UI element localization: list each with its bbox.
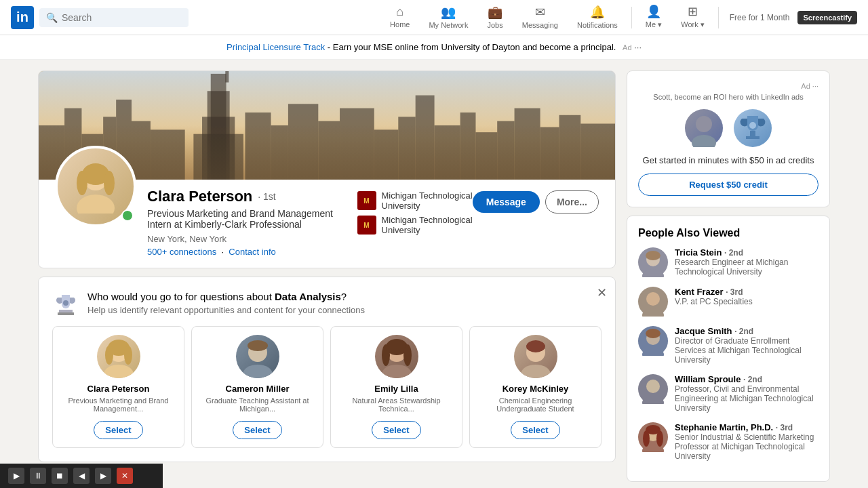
svg-rect-12 xyxy=(151,129,185,180)
jacque-degree: · 2nd xyxy=(734,327,753,336)
select-korey-button[interactable]: Select xyxy=(511,421,559,439)
nav-my-network-label: My Network xyxy=(429,21,468,29)
select-clara-button[interactable]: Select xyxy=(94,421,142,439)
nav-jobs[interactable]: 💼 Jobs xyxy=(479,0,511,35)
person-row-tricia: Tricia Stein · 2nd Research Engineer at … xyxy=(638,247,818,277)
svg-point-52 xyxy=(526,340,545,352)
nav-work-label: Work ▾ xyxy=(681,20,705,29)
ad-banner-link[interactable]: Principal Licensure Track xyxy=(226,42,325,52)
ad-person-svg xyxy=(685,109,723,147)
svg-point-57 xyxy=(749,122,756,129)
free-trial-label: Free for 1 Month xyxy=(730,13,790,22)
search-input[interactable] xyxy=(62,12,182,23)
ad-more-icon[interactable]: ··· xyxy=(634,42,642,52)
nav-messaging[interactable]: ✉ Messaging xyxy=(514,0,566,35)
svg-point-30 xyxy=(77,195,115,214)
sidebar: Ad ··· Scott, become an ROI hero with Li… xyxy=(627,70,830,482)
person-info-stephanie: Stephanie Martin, Ph.D. · 3rd Senior Ind… xyxy=(675,422,818,461)
search-bar[interactable]: 🔍 xyxy=(39,8,189,27)
who-panel: ✕ Who would you go to for questions abou… xyxy=(38,277,616,462)
nav-me-label: Me ▾ xyxy=(646,20,662,29)
ad-label: Ad xyxy=(801,82,810,90)
ad-card-text: Get started in minutes with $50 in ad cr… xyxy=(638,155,818,165)
ad-sidebar-card: Ad ··· Scott, become an ROI hero with Li… xyxy=(627,70,830,207)
svg-point-53 xyxy=(696,116,712,132)
william-avatar-svg xyxy=(638,374,668,404)
nav-home[interactable]: ⌂ Home xyxy=(382,0,418,35)
ad-tag: Ad xyxy=(623,43,631,52)
ad-trophy-svg xyxy=(734,109,772,147)
ad-banner-text: - Earn your MSE online from University o… xyxy=(325,42,616,52)
main-layout: Clara Peterson · 1st Previous Marketing … xyxy=(27,70,841,482)
request-credit-button[interactable]: Request $50 credit xyxy=(638,174,818,196)
select-cameron-button[interactable]: Select xyxy=(233,421,281,439)
svg-point-54 xyxy=(692,135,716,147)
nav-me[interactable]: 👤 Me ▾ xyxy=(637,0,670,35)
select-emily-button[interactable]: Select xyxy=(372,421,420,439)
edu-logo-1: M xyxy=(357,191,376,210)
edu-logo-2: M xyxy=(357,216,376,235)
kent-avatar-svg xyxy=(638,287,668,317)
nav-jobs-label: Jobs xyxy=(487,21,502,29)
svg-rect-22 xyxy=(460,113,476,180)
bottom-btn-3[interactable]: ⏹ xyxy=(52,468,68,484)
person-card-cameron: Cameron Miller Graduate Teaching Assista… xyxy=(191,326,323,448)
profile-info-row: Clara Peterson · 1st Previous Marketing … xyxy=(39,180,615,268)
ad-banner: Principal Licensure Track - Earn your MS… xyxy=(0,35,868,60)
svg-point-60 xyxy=(646,251,660,260)
bottom-btn-5[interactable]: ▶ xyxy=(95,468,111,484)
svg-rect-21 xyxy=(435,125,460,180)
svg-rect-17 xyxy=(340,108,374,180)
person-name-jacque: Jacque Smith · 2nd xyxy=(675,326,818,336)
svg-rect-28 xyxy=(580,123,615,180)
svg-rect-8 xyxy=(208,91,230,180)
svg-rect-55 xyxy=(750,131,755,136)
person-avatar-emily xyxy=(375,335,418,378)
panel-title-wrap: Who would you go to for questions about … xyxy=(87,291,365,315)
person-name-william: William Sproule · 2nd xyxy=(675,374,818,384)
panel-title: Who would you go to for questions about … xyxy=(87,291,365,302)
nav-divider-2 xyxy=(718,7,719,28)
svg-point-62 xyxy=(642,308,664,317)
svg-point-43 xyxy=(243,365,273,378)
bottom-btn-1[interactable]: ▶ xyxy=(8,468,24,484)
panel-cards: Clara Peterson Previous Marketing and Br… xyxy=(52,326,601,448)
nav-notifications[interactable]: 🔔 Notifications xyxy=(569,0,626,35)
profile-education: M Michigan Technological University M Mi… xyxy=(357,180,473,235)
nav-home-label: Home xyxy=(390,20,410,28)
me-icon: 👤 xyxy=(646,4,661,19)
connections-link[interactable]: 500+ connections xyxy=(147,247,216,257)
panel-close-button[interactable]: ✕ xyxy=(597,285,607,300)
profile-name: Clara Peterson xyxy=(147,188,252,205)
more-button[interactable]: More... xyxy=(545,190,599,214)
notifications-icon: 🔔 xyxy=(590,5,605,20)
nav-my-network[interactable]: 👥 My Network xyxy=(420,0,476,35)
person-avatar-clara xyxy=(97,335,140,378)
ad-more-dots[interactable]: ··· xyxy=(812,82,818,90)
person-avatar-kent xyxy=(638,287,668,317)
screencastify-logo: Screencastify xyxy=(797,11,857,24)
svg-point-61 xyxy=(646,292,660,306)
profile-avatar-wrap xyxy=(55,146,136,227)
person-row-stephanie: Stephanie Martin, Ph.D. · 3rd Senior Ind… xyxy=(638,422,818,461)
svg-rect-20 xyxy=(416,96,435,180)
profile-details: Clara Peterson · 1st Previous Marketing … xyxy=(147,180,357,257)
bottom-btn-2[interactable]: ⏸ xyxy=(30,468,46,484)
person-avatar-william xyxy=(638,374,668,404)
bottom-btn-4[interactable]: ◀ xyxy=(73,468,90,484)
message-button[interactable]: Message xyxy=(473,191,540,213)
people-also-viewed: People Also Viewed Tricia Stein · 2nd Re… xyxy=(627,216,830,482)
kent-degree: · 3rd xyxy=(726,287,743,297)
svg-point-64 xyxy=(642,348,664,356)
nav-items: ⌂ Home 👥 My Network 💼 Jobs ✉ Messaging 🔔… xyxy=(199,0,857,35)
contact-info-link[interactable]: Contact info xyxy=(229,247,275,257)
person-name-cameron: Cameron Miller xyxy=(197,384,317,394)
person-name-kent: Kent Frazer · 3rd xyxy=(675,287,818,297)
panel-title-bold: Data Analysis xyxy=(275,291,341,302)
person-role-william: Professor, Civil and Environmental Engin… xyxy=(675,384,818,413)
nav-work[interactable]: ⊞ Work ▾ xyxy=(673,0,713,35)
svg-rect-14 xyxy=(271,125,288,180)
person-info-tricia: Tricia Stein · 2nd Research Engineer at … xyxy=(675,247,818,277)
svg-rect-9 xyxy=(202,117,235,180)
bottom-btn-x[interactable]: ✕ xyxy=(117,468,133,484)
